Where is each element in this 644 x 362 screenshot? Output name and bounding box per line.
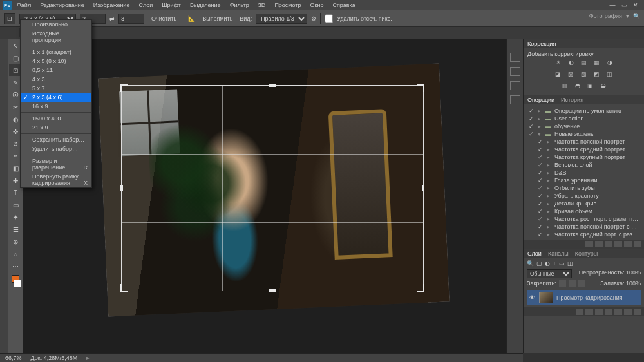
dd-item[interactable]: Исходные пропорции — [21, 29, 91, 44]
window-close-icon[interactable]: ✕ — [631, 2, 640, 8]
action-row[interactable]: ✓▸Отбелить зубы — [527, 184, 640, 192]
history-tab[interactable]: История — [561, 97, 583, 103]
filter-type-icon[interactable]: 🔍 — [527, 260, 534, 267]
tool-button[interactable]: ☰ — [9, 224, 22, 235]
layers-tab[interactable]: Слои — [527, 251, 542, 257]
dd-item[interactable]: Размер и разрешение…R — [21, 157, 91, 172]
filter-smart-icon[interactable]: ◫ — [567, 260, 573, 267]
window-minimize-icon[interactable]: — — [608, 2, 617, 8]
straighten-button[interactable]: Выпрямить — [199, 14, 236, 23]
new-group-icon[interactable] — [614, 309, 622, 315]
link-layers-icon[interactable] — [576, 309, 583, 315]
tool-button[interactable]: ⋯ — [9, 260, 22, 272]
crop-height-input[interactable] — [118, 14, 144, 24]
dd-item[interactable]: Удалить набор… — [21, 144, 91, 153]
new-layer-icon[interactable] — [624, 309, 632, 315]
straighten-icon[interactable]: 📐 — [188, 15, 195, 22]
action-row[interactable]: ✓▸Частотка поясной портрет — [527, 138, 640, 146]
crop-handle-left[interactable] — [120, 185, 123, 191]
doc-info[interactable]: Док: 4,28M/5,48M — [31, 355, 78, 361]
menu-layer[interactable]: Слои — [135, 1, 156, 10]
window-maximize-icon[interactable]: ▭ — [620, 2, 629, 8]
channels-tab[interactable]: Каналы — [548, 251, 569, 257]
dd-item[interactable]: 1590 x 400 — [21, 114, 91, 123]
new-action-icon[interactable] — [624, 241, 632, 247]
action-row[interactable]: ✓▸Кривая объем — [527, 207, 640, 215]
blend-mode-select[interactable]: Обычные — [527, 269, 572, 278]
lock-pixels-icon[interactable] — [559, 280, 566, 287]
action-row[interactable]: ✓▸▬обучение — [527, 122, 640, 130]
action-row[interactable]: ✓▸Частотка средний портрет — [527, 146, 640, 153]
record-icon[interactable] — [595, 241, 603, 247]
action-row[interactable]: ✓▸Вспомог. слой — [527, 161, 640, 169]
zoom-level[interactable]: 66,7% — [5, 355, 22, 361]
adjustments-tab[interactable]: Коррекция — [527, 41, 556, 47]
layer-row[interactable]: 👁 Просмотр кадрирования — [527, 290, 641, 305]
dd-item[interactable]: 21 x 9 — [21, 123, 91, 132]
crop-handle-br[interactable] — [417, 284, 424, 292]
action-row[interactable]: ✓▸Частотка средний порт. с разм. по пове… — [527, 231, 640, 238]
dd-item[interactable]: 16 x 9 — [21, 102, 91, 111]
filter-pixel-icon[interactable]: ▢ — [536, 260, 542, 267]
menu-type[interactable]: Шрифт — [158, 1, 185, 10]
actions-tab[interactable]: Операции — [527, 97, 554, 103]
filter-shape-icon[interactable]: ▭ — [559, 260, 565, 267]
play-icon[interactable] — [605, 241, 612, 247]
menu-filter[interactable]: Фильтр — [226, 1, 253, 10]
menu-window[interactable]: Окно — [306, 1, 327, 10]
rail-icon[interactable] — [510, 67, 520, 76]
tool-button[interactable]: ⊕ — [9, 236, 22, 247]
crop-boundary[interactable] — [121, 85, 424, 291]
rail-icon[interactable] — [510, 95, 520, 104]
action-row[interactable]: ✓▸▬Операции по умолчанию — [527, 107, 640, 115]
crop-handle-top[interactable] — [269, 84, 276, 87]
rail-icon[interactable] — [510, 81, 520, 90]
menu-file[interactable]: Файл — [13, 1, 35, 10]
dd-item[interactable]: 5 x 7 — [21, 84, 91, 93]
action-row[interactable]: ✓▸Частотка крупный портрет — [527, 153, 640, 161]
filter-type-t-icon[interactable]: T — [553, 260, 556, 267]
mask-icon[interactable] — [595, 309, 603, 315]
action-row[interactable]: ✓▾▬Новые экшены — [527, 130, 640, 138]
menu-view[interactable]: Просмотр — [270, 1, 305, 10]
action-row[interactable]: ✓▸Детали кр. крив. — [527, 200, 640, 207]
visibility-icon[interactable]: 👁 — [529, 294, 536, 301]
crop-handle-right[interactable] — [422, 185, 424, 191]
menu-select[interactable]: Выделение — [186, 1, 225, 10]
crop-handle-bl[interactable] — [120, 284, 128, 292]
action-row[interactable]: ✓▸D&B — [527, 169, 640, 176]
paths-tab[interactable]: Контуры — [575, 251, 598, 257]
canvas[interactable] — [23, 39, 506, 353]
dd-item-selected[interactable]: 2 x 3 (4 x 6) — [21, 93, 91, 102]
crop-overlay-select[interactable]: Правило 1/3 — [256, 14, 307, 24]
new-set-icon[interactable] — [614, 241, 622, 247]
action-row[interactable]: ✓▸Частотка поясной портрет с размытием п… — [527, 223, 640, 231]
dd-item[interactable]: 4 x 5 (8 x 10) — [21, 57, 91, 66]
layer-thumbnail[interactable] — [539, 292, 553, 303]
action-row[interactable]: ✓▸Частотка рост порт. с разм. по поверхн… — [527, 215, 640, 223]
tool-button[interactable]: T — [9, 187, 22, 198]
background-color[interactable] — [14, 280, 21, 287]
dd-item[interactable]: 1 x 1 (квадрат) — [21, 48, 91, 57]
menu-3d[interactable]: 3D — [254, 1, 270, 10]
lock-position-icon[interactable] — [569, 280, 576, 287]
stop-icon[interactable] — [585, 241, 593, 247]
action-row[interactable]: ✓▸Убрать красноту — [527, 192, 640, 200]
menu-image[interactable]: Изображение — [90, 1, 134, 10]
tool-button[interactable]: ✦ — [9, 211, 22, 223]
crop-handle-tr[interactable] — [417, 84, 424, 92]
delete-layer-icon[interactable] — [634, 309, 641, 315]
search-icon[interactable]: 🔍 — [633, 13, 640, 19]
crop-tool-icon[interactable]: ⊡ — [4, 13, 15, 24]
lock-all-icon[interactable] — [578, 280, 585, 287]
dd-item[interactable]: Произвольно — [21, 20, 91, 29]
filter-adjust-icon[interactable]: ◐ — [545, 260, 550, 267]
tool-button[interactable]: ⌕ — [9, 248, 22, 260]
tool-button[interactable]: ▭ — [9, 199, 22, 211]
action-row[interactable]: ✓▸Глаза уровнями — [527, 176, 640, 184]
dd-item[interactable]: Сохранить набор… — [21, 135, 91, 144]
rail-icon[interactable] — [510, 53, 520, 62]
status-arrow-icon[interactable]: ▸ — [86, 355, 90, 361]
crop-handle-tl[interactable] — [120, 84, 128, 92]
dd-item[interactable]: 4 x 3 — [21, 75, 91, 84]
